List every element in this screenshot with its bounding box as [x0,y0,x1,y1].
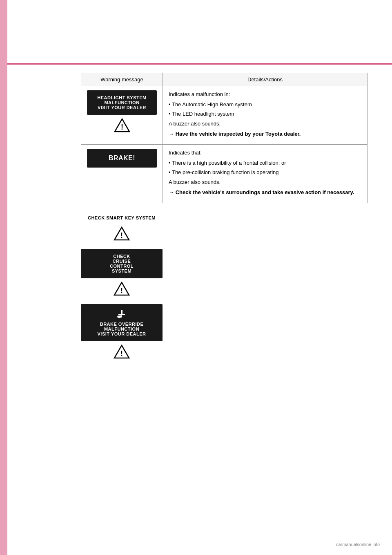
table-header-details: Details/Actions [163,73,368,86]
warning-table: Warning message Details/Actions HEADLIGH… [81,73,368,203]
details-headlight-action: Have the vehicle inspected by your Toyot… [169,130,361,139]
svg-rect-6 [121,310,122,314]
details-brake: Indicates that: There is a high possibil… [163,144,368,203]
watermark: carmanualsonline.info [336,542,380,547]
brake-override-triangle: ! [114,345,130,359]
item-row-cruise: CHECKCRUISECONTROLSYSTEM ! [81,249,368,296]
svg-text:!: ! [120,349,123,358]
cruise-display-box: CHECKCRUISECONTROLSYSTEM [81,249,163,278]
table-header-warning: Warning message [81,73,163,86]
brake-override-display: BRAKE OVERRIDEMALFUNCTIONVISIT YOUR DEAL… [81,304,163,359]
details-headlight-intro: Indicates a malfunction in: [169,90,361,99]
smart-key-separator [81,223,163,223]
details-brake-extra: A buzzer also sounds. [169,178,361,187]
warning-message-brake: BRAKE! [81,144,163,203]
table-row-headlight: HEADLIGHT SYSTEMMALFUNCTIONVISIT YOUR DE… [81,86,368,145]
headlight-warning-triangle: ! [114,118,130,132]
svg-text:!: ! [121,123,123,131]
smart-key-text: CHECK SMART KEY SYSTEM [81,215,163,220]
smart-key-display: CHECK SMART KEY SYSTEM ! [81,215,163,241]
details-headlight: Indicates a malfunction in: The Automati… [163,86,368,145]
details-headlight-list: The Automatic High Beam system The LED h… [169,101,361,119]
sidebar-accent [0,0,7,555]
svg-rect-9 [120,315,122,318]
svg-text:!: ! [120,231,123,239]
details-brake-action: Check the vehicle's surroundings and tak… [169,188,361,197]
details-headlight-item1: The Automatic High Beam system [169,101,361,109]
cruise-display: CHECKCRUISECONTROLSYSTEM ! [81,249,163,296]
below-table-items: CHECK SMART KEY SYSTEM ! CHECKCRUISECONT… [81,215,368,359]
details-brake-item2: The pre-collision braking function is op… [169,168,361,177]
details-brake-item1: There is a high possibility of a frontal… [169,159,361,168]
brake-override-icon [85,309,158,321]
svg-rect-7 [118,314,125,315]
details-brake-list: There is a high possibility of a frontal… [169,159,361,177]
warning-message-headlight: HEADLIGHT SYSTEMMALFUNCTIONVISIT YOUR DE… [81,86,163,145]
smart-key-triangle: ! [114,226,130,241]
item-row-brake-override: BRAKE OVERRIDEMALFUNCTIONVISIT YOUR DEAL… [81,304,368,359]
details-brake-intro: Indicates that: [169,149,361,157]
brake-display-box: BRAKE! [87,149,157,168]
item-row-smart-key: CHECK SMART KEY SYSTEM ! [81,215,368,241]
headlight-display-box: HEADLIGHT SYSTEMMALFUNCTIONVISIT YOUR DE… [87,90,157,115]
brake-override-display-box: BRAKE OVERRIDEMALFUNCTIONVISIT YOUR DEAL… [81,304,163,341]
details-headlight-item2: The LED headlight system [169,110,361,119]
svg-text:!: ! [120,286,123,295]
main-content: Warning message Details/Actions HEADLIGH… [7,65,392,383]
table-row-brake: BRAKE! Indicates that: There is a high p… [81,144,368,203]
details-headlight-extra: A buzzer also sounds. [169,120,361,128]
cruise-triangle: ! [114,282,130,296]
